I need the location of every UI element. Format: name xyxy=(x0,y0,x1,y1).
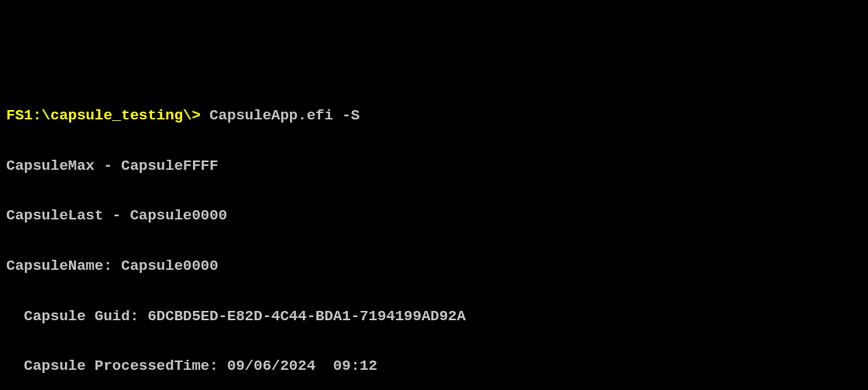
output-line: CapsuleName: Capsule0000 xyxy=(6,254,862,278)
output-line: Capsule ProcessedTime: 09/06/2024 09:12 xyxy=(6,354,862,378)
output-line: Capsule Guid: 6DCBD5ED-E82D-4C44-BDA1-71… xyxy=(6,304,862,329)
output-line: CapsuleLast - Capsule0000 xyxy=(6,203,862,228)
shell-prompt: FS1:\capsule_testing\> xyxy=(6,107,201,124)
output-line: CapsuleMax - CapsuleFFFF xyxy=(6,154,862,178)
terminal-line: FS1:\capsule_testing\> CapsuleApp.efi -S xyxy=(6,103,862,128)
command-input: CapsuleApp.efi -S xyxy=(201,107,360,124)
